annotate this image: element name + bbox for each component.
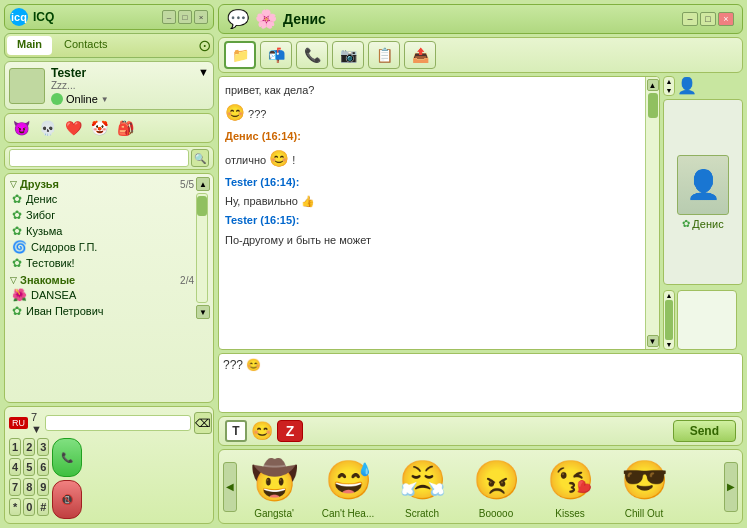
avatar-flower-icon: ✿ — [682, 218, 690, 229]
key-star[interactable]: * — [9, 498, 21, 516]
key-5[interactable]: 5 — [23, 458, 35, 476]
msg-text: ! — [292, 154, 295, 166]
emot-booooo[interactable]: 😠 Booooo — [461, 454, 531, 519]
toolbar-mail-btn[interactable]: 📬 — [260, 41, 292, 69]
contacts-scroll-down[interactable]: ▼ — [196, 305, 210, 319]
app-title: ICQ — [33, 10, 54, 24]
key-8[interactable]: 8 — [23, 478, 35, 496]
sidebar-bot-scroll-down[interactable]: ▼ — [666, 341, 673, 348]
emot-kisses[interactable]: 😘 Kisses — [535, 454, 605, 519]
status-label: Online — [66, 93, 98, 105]
emot-kisses-label: Kisses — [555, 508, 584, 519]
contact-flower-icon: ✿ — [12, 208, 22, 222]
sidebar-top: ▲ ▼ 👤 — [663, 76, 743, 96]
chat-close-button[interactable]: × — [718, 12, 734, 26]
contact-testovic[interactable]: ✿ Тестовик! — [8, 255, 196, 271]
msg-sender-denis: Денис (16:14): — [225, 129, 643, 144]
contact-special-icon: 🌀 — [12, 240, 27, 254]
msg-text: По-другому и быть не может — [225, 234, 371, 246]
key-1[interactable]: 1 — [9, 438, 21, 456]
key-0[interactable]: 0 — [23, 498, 35, 516]
toolbar-file-btn[interactable]: 📁 — [224, 41, 256, 69]
key-7[interactable]: 7 — [9, 478, 21, 496]
key-hash[interactable]: # — [37, 498, 49, 516]
emot-canthear[interactable]: 😅 Can't Hea... — [313, 454, 383, 519]
chat-header-icon: 💬 — [227, 8, 249, 30]
mood-clown[interactable]: 🤡 — [88, 117, 110, 139]
key-9[interactable]: 9 — [37, 478, 49, 496]
key-3[interactable]: 3 — [37, 438, 49, 456]
group-acquaintances-header[interactable]: ▽ Знакомые 2/4 — [8, 273, 196, 287]
moods-bar: 😈 💀 ❤️ 🤡 🎒 — [4, 113, 214, 143]
toolbar-clipboard-btn[interactable]: 📋 — [368, 41, 400, 69]
bottom-toolbar: T 😊 Z Send — [218, 416, 743, 446]
message-input[interactable]: ??? 😊 — [223, 358, 738, 408]
emoticons-prev-button[interactable]: ◀ — [223, 462, 237, 512]
contact-sidorov[interactable]: 🌀 Сидоров Г.П. — [8, 239, 196, 255]
emoji-picker-button[interactable]: 😊 — [251, 420, 273, 442]
contact-flower-icon: ✿ — [12, 304, 22, 318]
contacts-scrollbar-thumb[interactable] — [197, 196, 207, 216]
contact-name: Иван Петрович — [26, 305, 104, 317]
scrollbar-thumb[interactable] — [648, 93, 658, 118]
tab-main[interactable]: Main — [7, 36, 52, 55]
toolbar-camera-btn[interactable]: 📷 — [332, 41, 364, 69]
contact-flower-icon: ✿ — [12, 192, 22, 206]
sidebar-scroll-up[interactable]: ▲ — [666, 78, 673, 85]
sidebar-bot-thumb[interactable] — [665, 300, 673, 340]
emoticons-next-button[interactable]: ▶ — [724, 462, 738, 512]
phone-backspace-btn[interactable]: ⌫ — [194, 412, 212, 434]
chat-title: Денис — [283, 11, 326, 27]
user-name: Tester — [51, 66, 109, 80]
end-call-button[interactable]: 📵 — [52, 480, 82, 519]
emot-scratch[interactable]: 😤 Scratch — [387, 454, 457, 519]
sidebar-person-icon[interactable]: 👤 — [677, 76, 697, 96]
search-input[interactable] — [9, 149, 189, 167]
sidebar-scroll-down[interactable]: ▼ — [666, 87, 673, 94]
sidebar-scroll-top: ▲ ▼ — [663, 76, 675, 96]
chat-maximize-button[interactable]: □ — [700, 12, 716, 26]
contacts-scroll-up[interactable]: ▲ — [196, 177, 210, 191]
mood-skull[interactable]: 💀 — [36, 117, 58, 139]
messages-panel: привет, как дела? 😊 ??? Денис (16:14): о… — [218, 76, 660, 350]
contact-dansea[interactable]: 🌺 DANSEA — [8, 287, 196, 303]
emot-chillout[interactable]: 😎 Chill Out — [609, 454, 679, 519]
mood-heart[interactable]: ❤️ — [62, 117, 84, 139]
sidebar-bot-scroll-up[interactable]: ▲ — [666, 292, 673, 299]
contact-denis[interactable]: ✿ Денис — [8, 191, 196, 207]
chat-header: 💬 🌸 Денис – □ × — [218, 4, 743, 34]
contact-zibog[interactable]: ✿ Зибог — [8, 207, 196, 223]
emot-gangsta[interactable]: 🤠 Gangsta' — [239, 454, 309, 519]
key-4[interactable]: 4 — [9, 458, 21, 476]
expand-icon[interactable]: ⊙ — [198, 36, 211, 55]
group-friends-header[interactable]: ▽ Друзья 5/5 — [8, 177, 196, 191]
emot-kisses-icon: 😘 — [540, 454, 600, 506]
close-button[interactable]: × — [194, 10, 208, 24]
icq-header: icq ICQ – □ × — [4, 4, 214, 30]
toolbar-phone-btn[interactable]: 📞 — [296, 41, 328, 69]
phone-input[interactable] — [45, 415, 191, 431]
key-6[interactable]: 6 — [37, 458, 49, 476]
mood-bag[interactable]: 🎒 — [114, 117, 136, 139]
maximize-button[interactable]: □ — [178, 10, 192, 24]
mood-devil[interactable]: 😈 — [10, 117, 32, 139]
search-button[interactable]: 🔍 — [191, 149, 209, 167]
toolbar-share-btn[interactable]: 📤 — [404, 41, 436, 69]
contact-list: ▽ Друзья 5/5 ✿ Денис ✿ Зибог ✿ Кузьма — [4, 173, 214, 403]
scroll-up-btn[interactable]: ▲ — [647, 79, 659, 91]
key-2[interactable]: 2 — [23, 438, 35, 456]
contact-kuzma[interactable]: ✿ Кузьма — [8, 223, 196, 239]
user-menu-arrow[interactable]: ▼ — [198, 66, 209, 78]
call-button[interactable]: 📞 — [52, 438, 82, 477]
scroll-down-btn[interactable]: ▼ — [647, 335, 659, 347]
chat-minimize-button[interactable]: – — [682, 12, 698, 26]
format-text-button[interactable]: T — [225, 420, 247, 442]
minimize-button[interactable]: – — [162, 10, 176, 24]
status-dropdown[interactable]: ▼ — [101, 95, 109, 104]
contact-ivan[interactable]: ✿ Иван Петрович — [8, 303, 196, 319]
z-button[interactable]: Z — [277, 420, 303, 442]
tab-contacts[interactable]: Contacts — [54, 36, 117, 55]
send-button[interactable]: Send — [673, 420, 736, 442]
input-area[interactable]: ??? 😊 — [218, 353, 743, 413]
contact-name: Тестовик! — [26, 257, 75, 269]
